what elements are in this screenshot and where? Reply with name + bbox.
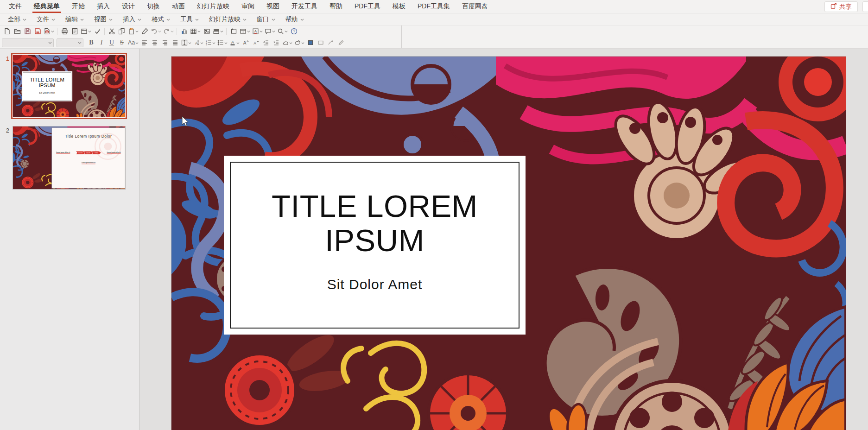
menu-view[interactable]: 视图 xyxy=(89,15,118,24)
tab-templates[interactable]: 模板 xyxy=(386,0,412,13)
toolbar-separator xyxy=(57,28,57,35)
slide-title[interactable]: TITLE LOREM IPSUM xyxy=(245,189,505,257)
slide-1-thumbnail[interactable]: TITLE LOREM IPSUM Sit Dolor Amet xyxy=(13,54,126,118)
shape-outline-dropdown[interactable] xyxy=(293,38,305,48)
underline-button[interactable]: U xyxy=(107,38,117,48)
tab-animations[interactable]: 动画 xyxy=(166,0,191,13)
text-effect-dropdown[interactable] xyxy=(281,38,293,48)
tab-classic-menu[interactable]: 经典菜单 xyxy=(28,0,66,13)
menu-insert[interactable]: 插入 xyxy=(118,15,146,24)
chevron-down-icon xyxy=(195,18,199,21)
title-text-box[interactable]: TITLE LOREM IPSUM Sit Dolor Amet xyxy=(224,156,526,335)
tab-insert[interactable]: 插入 xyxy=(91,0,116,13)
font-color-dropdown[interactable]: A xyxy=(228,38,241,48)
spell-check-icon[interactable] xyxy=(92,26,102,37)
share-button[interactable]: 共享 xyxy=(824,1,858,12)
font-size-combo[interactable] xyxy=(57,38,83,47)
menu-edit[interactable]: 编辑 xyxy=(60,15,89,24)
menu-file[interactable]: 文件 xyxy=(32,15,60,24)
help-icon[interactable]: ? xyxy=(289,26,299,37)
justify-icon[interactable] xyxy=(170,38,180,48)
print-preview-icon[interactable] xyxy=(70,26,80,37)
print-icon[interactable] xyxy=(59,26,70,37)
menu-tools[interactable]: 工具 xyxy=(175,15,204,24)
align-left-icon[interactable] xyxy=(139,38,150,48)
thumb2-label-right: Lorem ipsum dolor sit xyxy=(107,152,121,154)
decrease-font-icon[interactable]: A xyxy=(251,38,261,48)
font-highlight-dropdown-icon[interactable]: A xyxy=(251,26,264,37)
format-painter-icon[interactable] xyxy=(139,26,150,37)
menu-slideshow[interactable]: 幻灯片放映 xyxy=(204,15,252,24)
tab-home[interactable]: 开始 xyxy=(66,0,91,13)
align-right-icon[interactable] xyxy=(160,38,170,48)
italic-button[interactable]: I xyxy=(96,38,107,48)
tab-baidu-netdisk[interactable]: 百度网盘 xyxy=(456,0,494,13)
numbered-list-dropdown[interactable]: 123 xyxy=(204,38,216,48)
insert-chart-icon[interactable] xyxy=(179,26,189,37)
tab-pdf-toolset[interactable]: PDF工具集 xyxy=(412,0,456,13)
line-spacing-dropdown[interactable] xyxy=(180,38,192,48)
slide-2-number: 2 xyxy=(3,126,9,134)
new-slide-icon[interactable] xyxy=(228,26,239,37)
menu-format[interactable]: 格式 xyxy=(146,15,175,24)
save-red-icon[interactable] xyxy=(32,26,43,37)
strikethrough-button[interactable]: S xyxy=(117,38,127,48)
increase-font-icon[interactable]: A xyxy=(241,38,251,48)
thumb1-title-box: TITLE LOREM IPSUM Sit Dolor Amet xyxy=(22,71,72,101)
comment-button[interactable]: 批注 xyxy=(862,1,868,12)
tab-devtools[interactable]: 开发工具 xyxy=(285,0,323,13)
export-dropdown-icon[interactable] xyxy=(43,26,55,37)
tab-transitions[interactable]: 切换 xyxy=(141,0,166,13)
chevron-down-icon xyxy=(243,18,247,21)
svg-text:A: A xyxy=(243,40,247,45)
menu-window[interactable]: 窗口 xyxy=(252,15,280,24)
shape-arrow-icon[interactable] xyxy=(326,38,336,48)
font-name-combo[interactable] xyxy=(2,38,54,47)
tab-review[interactable]: 审阅 xyxy=(235,0,260,13)
menu-help[interactable]: 帮助 xyxy=(280,15,309,24)
cut-icon[interactable] xyxy=(107,26,117,37)
tab-pdf-tools[interactable]: PDF工具 xyxy=(348,0,386,13)
tab-file[interactable]: 文件 xyxy=(3,0,28,13)
bullet-list-dropdown[interactable] xyxy=(216,38,228,48)
main-slide[interactable]: TITLE LOREM IPSUM Sit Dolor Amet xyxy=(171,57,846,430)
edit-pen-icon[interactable] xyxy=(336,38,346,48)
comment-dropdown-icon[interactable] xyxy=(264,26,276,37)
fill-color-icon[interactable] xyxy=(305,38,316,48)
undo-dropdown-icon[interactable] xyxy=(150,26,162,37)
top-actions: 共享 批注 xyxy=(824,1,868,12)
char-spacing-dropdown[interactable]: A xyxy=(192,38,204,48)
menu-all[interactable]: 全部 xyxy=(3,15,32,24)
change-case-dropdown[interactable]: Aa xyxy=(127,38,139,48)
chevron-down-icon xyxy=(138,18,141,21)
slide-2-row: 2 Title Lorem Ipsum Dolor Lo xyxy=(0,126,139,190)
open-folder-icon[interactable] xyxy=(12,26,22,37)
new-file-icon[interactable] xyxy=(2,26,12,37)
slide-subtitle[interactable]: Sit Dolor Amet xyxy=(327,277,423,292)
increase-indent-icon[interactable] xyxy=(271,38,281,48)
paste-dropdown-icon[interactable] xyxy=(127,26,139,37)
slide-layout-dropdown-icon[interactable] xyxy=(239,26,251,37)
tab-view[interactable]: 视图 xyxy=(260,0,285,13)
tab-slideshow[interactable]: 幻灯片放映 xyxy=(191,0,235,13)
slide-canvas[interactable]: TITLE LOREM IPSUM Sit Dolor Amet xyxy=(139,49,868,430)
redo-dropdown-icon[interactable] xyxy=(162,26,175,37)
thumb2-label-bottom-wrap: Lorem ipsum dolor sit xyxy=(52,162,125,164)
format-toolbar: B I U S Aa A 123 A A A xyxy=(0,37,868,49)
slide-2-thumbnail[interactable]: Title Lorem Ipsum Dolor Lorem ipsum dolo… xyxy=(13,126,126,190)
toolbar-separator xyxy=(104,28,105,35)
page-setup-dropdown-icon[interactable] xyxy=(80,26,92,37)
align-center-icon[interactable] xyxy=(150,38,160,48)
shape-fill-dropdown-icon[interactable] xyxy=(212,26,224,37)
find-dropdown-icon[interactable] xyxy=(276,26,289,37)
save-icon[interactable] xyxy=(22,26,32,37)
svg-text:A: A xyxy=(231,39,234,44)
insert-table-dropdown-icon[interactable] xyxy=(189,26,202,37)
tab-help[interactable]: 帮助 xyxy=(323,0,348,13)
insert-picture-icon[interactable] xyxy=(202,26,212,37)
bold-button[interactable]: B xyxy=(86,38,96,48)
copy-icon[interactable] xyxy=(117,26,127,37)
decrease-indent-icon[interactable] xyxy=(261,38,271,48)
shape-rect-icon[interactable] xyxy=(316,38,326,48)
tab-design[interactable]: 设计 xyxy=(116,0,141,13)
